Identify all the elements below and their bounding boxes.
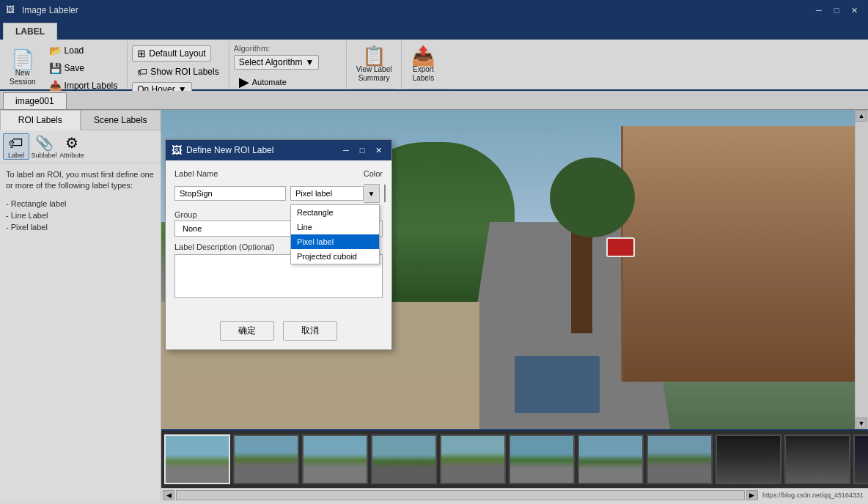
label-name-row: Label Name Color <box>174 169 383 178</box>
minimize-button[interactable]: ─ <box>811 3 827 18</box>
title-bar: 🖼 Image Labeler ─ □ ✕ <box>0 0 868 21</box>
file-section-content: 📄 NewSession 📂 Load 💾 Save 📥 Import Labe… <box>4 42 122 94</box>
roi-icon: 🏷 <box>137 66 147 78</box>
export-labels-button[interactable]: 📤 ExportLabels <box>406 42 440 86</box>
attribute-tool-icon: ⚙ <box>65 134 78 152</box>
filmstrip-item-1[interactable] <box>164 434 230 484</box>
modal-minimize-button[interactable]: ─ <box>339 144 353 157</box>
cancel-button[interactable]: 取消 <box>283 321 337 341</box>
filmstrip-item-8[interactable] <box>647 434 713 484</box>
filmstrip-item-5[interactable] <box>440 434 506 484</box>
tree-top <box>550 158 635 237</box>
dropdown-rectangle[interactable]: Rectangle <box>291 205 379 220</box>
dropdown-line[interactable]: Line <box>291 220 379 234</box>
select-algorithm-arrow: ▼ <box>305 57 314 67</box>
export-icon: 📤 <box>411 46 435 65</box>
modal-body: Label Name Color Pixel label ▼ Rectangle… <box>166 160 391 315</box>
modal-titlebar: 🖼 Define New ROI Label ─ □ ✕ <box>166 140 391 160</box>
panel-content: To label an ROI, you must first define o… <box>0 163 161 501</box>
watermark-text: https://blog.csdn.net/qq_45164331 <box>760 492 867 499</box>
filmstrip-item-11[interactable] <box>853 434 868 484</box>
export-labels-label: ExportLabels <box>413 65 434 83</box>
color-swatch[interactable] <box>384 185 386 202</box>
stop-sign <box>606 237 635 256</box>
show-roi-labels-button[interactable]: 🏷 Show ROI Labels <box>132 64 224 80</box>
confirm-button[interactable]: 确定 <box>220 321 274 341</box>
label-tab[interactable]: LABEL <box>3 23 57 40</box>
right-scrollbar: ▲ ▼ <box>855 110 868 429</box>
new-session-button[interactable]: 📄 NewSession <box>4 46 41 90</box>
pixel-label-item: Pixel label <box>6 221 155 233</box>
load-button[interactable]: 📂 Load <box>44 42 123 59</box>
dropdown-pixel-label[interactable]: Pixel label <box>291 234 379 249</box>
file-small-buttons: 📂 Load 💾 Save 📥 Import Labels <box>44 42 123 94</box>
save-label: Save <box>65 63 84 73</box>
car <box>515 356 600 413</box>
label-type-select[interactable]: Pixel label <box>290 186 364 201</box>
scroll-right-button[interactable]: ▶ <box>746 490 758 500</box>
filmstrip-item-2[interactable] <box>233 434 299 484</box>
define-roi-label-modal: 🖼 Define New ROI Label ─ □ ✕ Label Name … <box>165 139 392 350</box>
panel-toolbar: 🏷 Label 📎 Sublabel ⚙ Attribute <box>0 130 161 163</box>
automate-icon: ▶ <box>239 75 249 89</box>
sublabel-tool-button[interactable]: 📎 Sublabel <box>31 133 57 160</box>
filmstrip-item-4[interactable] <box>371 434 437 484</box>
maximize-button[interactable]: □ <box>828 3 845 18</box>
save-icon: 💾 <box>49 62 62 74</box>
type-select-container: Pixel label ▼ Rectangle Line Pixel label… <box>290 184 380 203</box>
modal-window-controls: ─ □ ✕ <box>339 144 386 157</box>
automate-section-content: Algorithm: Select Algorithm ▼ ▶ Automate <box>234 42 342 92</box>
select-algorithm-button[interactable]: Select Algorithm ▼ <box>234 55 320 70</box>
scroll-down-button[interactable]: ▼ <box>856 418 867 429</box>
scroll-up-button[interactable]: ▲ <box>856 110 867 122</box>
automate-label: Automate <box>252 78 287 86</box>
save-button[interactable]: 💾 Save <box>44 60 123 76</box>
image-tabs-bar: image001 <box>0 91 868 110</box>
image-tab[interactable]: image001 <box>3 92 67 109</box>
new-session-icon: 📄 <box>11 50 34 69</box>
label-tool-button[interactable]: 🏷 Label <box>3 133 29 160</box>
load-label: Load <box>65 45 84 56</box>
default-layout-button[interactable]: ⊞ Default Layout <box>132 45 210 62</box>
main-area: image001 ROI Labels Scene Labels 🏷 Label… <box>0 91 868 501</box>
content-row: ROI Labels Scene Labels 🏷 Label 📎 Sublab… <box>0 110 868 501</box>
new-session-label: NewSession <box>10 69 36 86</box>
ribbon-tab-bar: LABEL <box>0 21 868 40</box>
filmstrip-item-9[interactable] <box>716 434 781 484</box>
filmstrip-item-10[interactable] <box>784 434 850 484</box>
ribbon-sections: 📄 NewSession 📂 Load 💾 Save 📥 Import Labe… <box>0 40 868 89</box>
summary-section: 📋 View LabelSummary SUMMARY <box>347 41 402 88</box>
filmstrip-item-7[interactable] <box>578 434 644 484</box>
modal-icon: 🖼 <box>172 144 182 156</box>
scroll-left-button[interactable]: ◀ <box>163 490 174 500</box>
roi-labels-tab[interactable]: ROI Labels <box>0 110 81 130</box>
horizontal-scroll-track[interactable] <box>176 490 745 500</box>
bottom-scrollbar: ◀ ▶ https://blog.csdn.net/qq_45164331 <box>161 488 868 501</box>
modal-maximize-button[interactable]: □ <box>355 144 369 157</box>
filmstrip-item-6[interactable] <box>509 434 575 484</box>
tree-trunk <box>571 222 592 334</box>
filmstrip-item-3[interactable] <box>302 434 368 484</box>
dropdown-projected-cuboid[interactable]: Projected cuboid <box>291 249 379 264</box>
select-algorithm-label: Select Algorithm <box>239 57 303 67</box>
layout-icon: ⊞ <box>137 48 146 59</box>
label-name-input[interactable] <box>174 186 286 201</box>
automate-section: Algorithm: Select Algorithm ▼ ▶ Automate… <box>229 41 347 88</box>
app-icon: 🖼 <box>6 4 18 16</box>
attribute-tool-button[interactable]: ⚙ Attribute <box>59 133 85 160</box>
scene-labels-tab[interactable]: Scene Labels <box>81 110 161 130</box>
buildings <box>621 126 868 382</box>
label-type-dropdown: Rectangle Line Pixel label Projected cub… <box>290 204 380 264</box>
import-icon: 📥 <box>49 80 62 92</box>
close-button[interactable]: ✕ <box>846 3 862 18</box>
select-arrow-icon: ▼ <box>364 184 380 203</box>
show-roi-labels-label: Show ROI Labels <box>150 67 218 77</box>
import-labels-label: Import Labels <box>65 81 118 91</box>
view-label-summary-button[interactable]: 📋 View LabelSummary <box>351 42 397 86</box>
line-label-item: Line Label <box>6 210 155 221</box>
modal-close-button[interactable]: ✕ <box>371 144 386 157</box>
filmstrip <box>161 429 868 488</box>
algorithm-label: Algorithm: <box>234 44 271 53</box>
view-section-content: ⊞ Default Layout 🏷 Show ROI Labels On Ho… <box>132 42 224 97</box>
automate-button[interactable]: ▶ Automate <box>234 72 292 92</box>
